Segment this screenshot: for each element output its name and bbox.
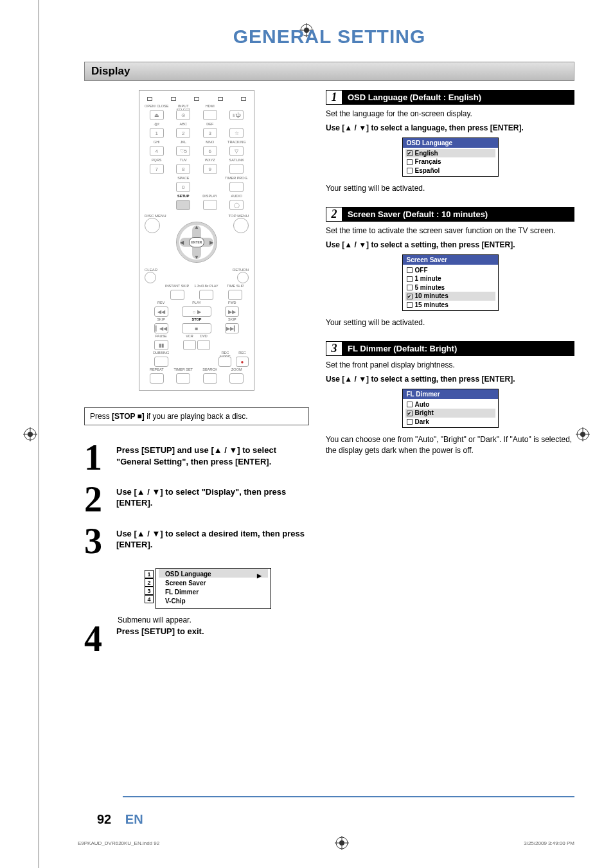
submenu-badge: 1	[145, 570, 154, 578]
osd-menu: OSD LanguageEnglishFrançaisEspañol	[402, 137, 499, 177]
note-stop: [STOP ■]	[112, 412, 145, 421]
return-label: RETURN	[233, 268, 249, 272]
remote-button: 4	[150, 146, 164, 156]
step-3: 3Use [▲ / ▼] to select a desired item, t…	[84, 527, 309, 556]
checkbox-icon	[407, 419, 413, 425]
dubbing-btn	[154, 357, 168, 367]
vcr-btn	[183, 340, 196, 350]
osd-menu-item-label: Dark	[415, 418, 429, 427]
remote-label: TRACKING	[227, 141, 245, 146]
section-number: 1	[326, 90, 342, 105]
stop-btn: ■	[182, 323, 211, 333]
remote-button: ♡5	[176, 146, 190, 156]
page-lang: EN	[125, 812, 143, 826]
remote-button: ◯	[229, 200, 244, 210]
fwd-label: FWD	[228, 301, 236, 306]
section-title: FL Dimmer (Default: Bright)	[342, 341, 574, 356]
remote-button	[229, 182, 244, 192]
remote-button	[229, 373, 244, 384]
recmode-btn	[218, 357, 231, 367]
osd-menu-item-label: Auto	[415, 400, 430, 409]
time-slip-btn	[228, 290, 242, 300]
remote-button: 3	[203, 128, 217, 138]
submenu-badge: 4	[145, 595, 154, 603]
dvd-label: DVD	[197, 335, 210, 340]
section-title: OSD Language (Default : English)	[342, 90, 574, 105]
remote-button: 1	[150, 128, 164, 138]
crop-mark-left	[23, 427, 37, 441]
remote-button: ⊙	[176, 110, 190, 120]
top-menu-button	[233, 218, 249, 233]
remote-label: DISPLAY	[202, 195, 217, 200]
setting-section-1: 1OSD Language (Default : English)Set the…	[326, 90, 574, 194]
osd-menu-item: 5 minutes	[405, 283, 495, 292]
play-label: PLAY	[192, 301, 201, 306]
remote-button	[176, 373, 190, 384]
step-number: 2	[84, 485, 109, 514]
remote-label: AUDIO	[231, 195, 242, 200]
osd-menu-header: Screen Saver	[403, 255, 498, 265]
step-number: 3	[84, 527, 109, 556]
svg-point-15	[339, 840, 344, 846]
remote-label: SEARCH	[202, 368, 217, 373]
remote-label: OPEN/ CLOSE	[145, 105, 168, 110]
osd-menu: Screen SaverOFF1 minute5 minutes10 minut…	[402, 254, 499, 312]
section-title: Screen Saver (Default : 10 minutes)	[342, 207, 574, 222]
section-heading: Display	[84, 62, 574, 81]
remote-label: INPUT SELECT	[172, 105, 196, 110]
remote-button: I/⏻	[229, 110, 244, 120]
speed-play-label: 1.3x/0.8x PLAY	[194, 285, 218, 290]
remote-button	[203, 200, 217, 210]
checkbox-icon	[407, 150, 413, 156]
note-suffix: if you are playing back a disc.	[145, 412, 248, 421]
step-text: Press [SETUP] to exit.	[116, 624, 309, 653]
section-number: 3	[326, 341, 342, 356]
osd-menu-header: FL Dimmer	[403, 389, 498, 399]
remote-label: SAT.LINK	[229, 159, 244, 164]
step-4: 4Press [SETUP] to exit.	[84, 624, 309, 653]
note-prefix: Press	[90, 412, 112, 421]
instant-skip-btn	[170, 290, 184, 300]
setting-section-3: 3FL Dimmer (Default: Bright)Set the fron…	[326, 341, 574, 456]
remote-label: SETUP	[177, 195, 189, 200]
osd-menu-item-label: English	[415, 149, 438, 158]
osd-menu-item-label: Français	[415, 157, 441, 166]
stop-label: STOP	[192, 318, 202, 323]
dvd-btn	[197, 340, 210, 350]
pause-btn: ▮▮	[154, 340, 168, 350]
remote-label: HDMI	[206, 105, 215, 110]
osd-menu-item: OFF	[405, 266, 495, 275]
osd-menu-item: Dark	[405, 418, 495, 427]
remote-label: TIMER SET	[174, 368, 193, 373]
section-description: Set the front panel display brightness.	[326, 360, 574, 371]
enter-button: ENTER	[189, 237, 204, 247]
section-after-note: You can choose one from "Auto", "Bright"…	[326, 434, 574, 456]
remote-label: WXYZ	[205, 159, 215, 164]
remote-button	[203, 373, 217, 384]
setting-section-2: 2Screen Saver (Default : 10 minutes)Set …	[326, 207, 574, 328]
remote-button	[176, 200, 190, 210]
recmode-label: REC MODE	[216, 351, 235, 357]
remote-label: MNO	[206, 141, 214, 146]
instant-skip-label: INSTANT SKIP	[165, 285, 189, 290]
osd-menu-item-label: 5 minutes	[415, 283, 445, 292]
page-title: GENERAL SETTING	[84, 26, 574, 48]
section-description: Set the time to activate the screen save…	[326, 226, 574, 236]
step-1: 1Press [SETUP] and use [▲ / ▼] to select…	[84, 443, 309, 472]
clear-button	[145, 272, 156, 283]
time-slip-label: TIME SLIP	[227, 285, 244, 290]
osd-menu-item: Auto	[405, 400, 495, 409]
remote-illustration: OPEN/ CLOSE⏏INPUT SELECT⊙HDMII/⏻.@/:1ABC…	[139, 90, 254, 391]
osd-menu-item: English	[405, 149, 495, 158]
skip-prev-btn: ▎◀◀	[154, 323, 168, 333]
remote-label: ABC	[180, 123, 187, 128]
section-description: Set the language for the on-screen displ…	[326, 109, 574, 120]
section-instruction: Use [▲ / ▼] to select a language, then p…	[326, 123, 574, 132]
disc-menu-button	[145, 218, 160, 233]
checkbox-icon	[407, 302, 413, 308]
remote-button: ▽	[229, 146, 244, 156]
rec-btn: ●	[236, 357, 249, 367]
osd-menu-item: 10 minutes	[405, 292, 495, 301]
osd-menu: FL DimmerAutoBrightDark	[402, 389, 499, 429]
step-number: 4	[84, 624, 109, 653]
